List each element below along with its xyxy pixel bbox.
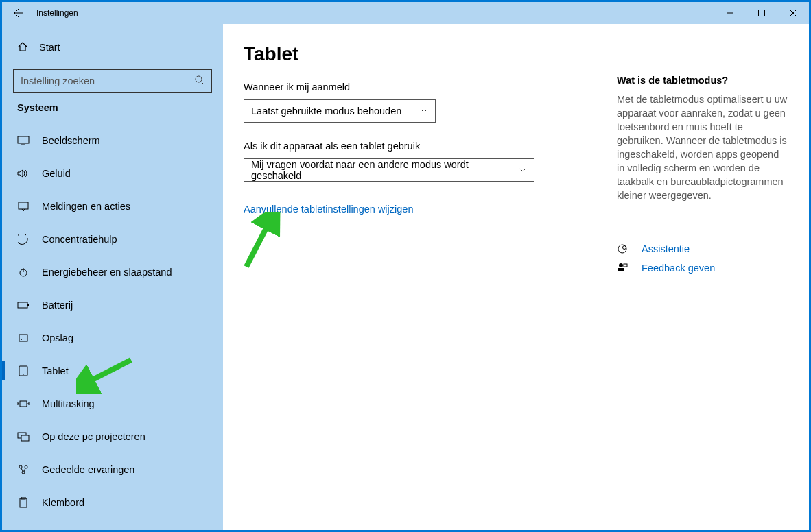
nav-label: Geluid [42, 168, 71, 179]
chevron-down-icon [519, 166, 527, 174]
minimize-button[interactable] [714, 2, 746, 24]
focus-icon [17, 234, 30, 245]
window-title: Instellingen [35, 8, 78, 18]
feedback-icon [617, 263, 628, 274]
svg-rect-3 [19, 202, 28, 209]
home-label: Start [39, 42, 60, 53]
signin-label: Wanneer ik mij aanmeld [244, 82, 611, 93]
shared-icon [17, 464, 30, 475]
maximize-button[interactable] [746, 2, 777, 24]
titlebar: Instellingen [2, 2, 809, 24]
nav-label: Klembord [42, 497, 84, 508]
svg-rect-17 [20, 498, 27, 507]
display-icon [17, 136, 30, 145]
search-input[interactable] [13, 69, 212, 93]
svg-rect-0 [759, 10, 765, 16]
close-button[interactable] [777, 2, 809, 24]
svg-point-21 [619, 263, 623, 267]
settings-window: Instellingen Start Systeem Beeldscherm G… [2, 2, 809, 530]
nav-label: Gedeelde ervaringen [42, 464, 134, 475]
chevron-down-icon [420, 107, 428, 115]
aside-panel: Wat is de tabletmodus? Met de tabletmodu… [617, 43, 788, 530]
nav-label: Op deze pc projecteren [42, 431, 145, 442]
nav-projecteren[interactable]: Op deze pc projecteren [2, 420, 223, 453]
battery-icon [17, 301, 30, 309]
svg-rect-7 [19, 335, 27, 341]
nav-label: Energiebeheer en slaapstand [42, 267, 172, 278]
tablet-icon [17, 365, 30, 376]
nav-label: Batterij [42, 300, 73, 311]
signin-value: Laatst gebruikte modus behouden [251, 106, 401, 117]
nav-label: Meldingen en acties [42, 201, 130, 212]
svg-rect-5 [18, 302, 27, 308]
svg-point-14 [19, 466, 22, 468]
nav-label: Opslag [42, 332, 73, 343]
clipboard-icon [17, 497, 30, 508]
help-label: Assistentie [642, 243, 690, 254]
signin-dropdown[interactable]: Laatst gebruikte modus behouden [244, 99, 436, 123]
nav-geluid[interactable]: Geluid [2, 157, 223, 190]
nav-gedeeld[interactable]: Gedeelde ervaringen [2, 453, 223, 486]
nav-label: Tablet [42, 365, 69, 376]
main-panel: Tablet Wanneer ik mij aanmeld Laatst geb… [223, 24, 809, 530]
arrow-left-icon [13, 8, 24, 19]
sidebar: Start Systeem Beeldscherm Geluid Melding… [2, 24, 223, 530]
nav-label: Beeldscherm [42, 135, 100, 146]
svg-point-15 [25, 466, 27, 468]
multitasking-icon [17, 399, 30, 409]
close-icon [790, 10, 797, 16]
help-link[interactable]: Assistentie [617, 243, 788, 254]
maximize-icon [758, 10, 765, 16]
nav-energie[interactable]: Energiebeheer en slaapstand [2, 256, 223, 289]
svg-point-20 [623, 246, 626, 250]
svg-rect-22 [618, 268, 624, 271]
project-icon [17, 432, 30, 442]
svg-rect-6 [27, 304, 29, 306]
minimize-icon [727, 10, 733, 16]
nav-list: Beeldscherm Geluid Meldingen en acties C… [2, 124, 223, 519]
notifications-icon [17, 201, 30, 212]
aside-heading: Wat is de tabletmodus? [617, 75, 788, 86]
svg-point-1 [196, 76, 202, 82]
svg-rect-2 [18, 136, 29, 143]
page-heading: Tablet [244, 43, 611, 65]
svg-point-8 [21, 339, 22, 340]
usage-dropdown[interactable]: Mij vragen voordat naar een andere modus… [244, 158, 534, 182]
help-icon [617, 243, 628, 254]
sound-icon [17, 169, 30, 178]
back-button[interactable] [2, 8, 35, 19]
nav-multitasking[interactable]: Multitasking [2, 387, 223, 420]
storage-icon [17, 332, 30, 343]
svg-point-10 [23, 374, 24, 375]
additional-settings-link[interactable]: Aanvullende tabletinstellingen wijzigen [244, 204, 413, 215]
nav-label: Multitasking [42, 398, 95, 409]
power-icon [17, 267, 30, 278]
feedback-label: Feedback geven [642, 263, 715, 274]
svg-rect-11 [20, 401, 27, 407]
svg-rect-13 [21, 435, 29, 441]
nav-batterij[interactable]: Batterij [2, 289, 223, 322]
usage-label: Als ik dit apparaat als een tablet gebru… [244, 141, 611, 152]
nav-beeldscherm[interactable]: Beeldscherm [2, 124, 223, 157]
nav-meldingen[interactable]: Meldingen en acties [2, 190, 223, 223]
nav-klembord[interactable]: Klembord [2, 486, 223, 519]
svg-point-16 [22, 471, 25, 474]
feedback-link[interactable]: Feedback geven [617, 263, 788, 274]
nav-opslag[interactable]: Opslag [2, 322, 223, 354]
home-link[interactable]: Start [2, 34, 223, 61]
svg-rect-23 [624, 264, 627, 267]
nav-label: Concentratiehulp [42, 234, 117, 245]
usage-value: Mij vragen voordat naar een andere modus… [251, 159, 519, 181]
search-icon [194, 75, 205, 88]
category-label: Systeem [2, 99, 223, 119]
nav-tablet[interactable]: Tablet [2, 354, 223, 387]
home-icon [17, 41, 28, 54]
aside-body: Met de tabletmodus optimaliseert u uw ap… [617, 93, 788, 202]
nav-concentratie[interactable]: Concentratiehulp [2, 223, 223, 256]
